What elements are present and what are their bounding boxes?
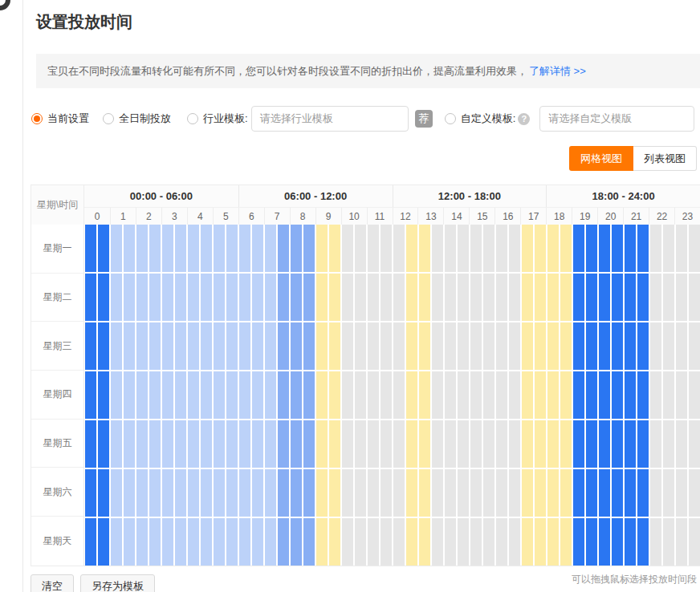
schedule-cell[interactable] (663, 274, 674, 321)
schedule-cell[interactable] (612, 420, 623, 468)
schedule-cell[interactable] (689, 322, 700, 370)
radio-current-setting[interactable]: 当前设置 (31, 112, 89, 126)
schedule-cell[interactable] (689, 518, 700, 566)
schedule-cell[interactable] (303, 420, 315, 468)
schedule-cell[interactable] (136, 371, 148, 419)
schedule-cell[interactable] (85, 274, 96, 321)
schedule-cell[interactable] (368, 469, 379, 517)
schedule-cell[interactable] (291, 274, 302, 321)
schedule-cell[interactable] (470, 274, 482, 321)
schedule-cell[interactable] (316, 371, 328, 419)
schedule-cell[interactable] (573, 274, 584, 321)
schedule-cell[interactable] (136, 518, 148, 566)
schedule-cell[interactable] (201, 371, 212, 419)
schedule-cell[interactable] (483, 420, 494, 468)
schedule-cell[interactable] (547, 518, 559, 566)
schedule-cell[interactable] (445, 371, 456, 419)
schedule-cell[interactable] (265, 420, 276, 468)
schedule-cell[interactable] (419, 469, 430, 517)
schedule-cell[interactable] (406, 469, 417, 517)
schedule-cell[interactable] (637, 274, 649, 321)
schedule-cell[interactable] (329, 225, 340, 272)
schedule-cell[interactable] (303, 225, 315, 272)
schedule-cell[interactable] (522, 469, 533, 517)
schedule-cell[interactable] (111, 225, 122, 272)
clear-button[interactable]: 清空 (31, 574, 74, 592)
schedule-cell[interactable] (458, 225, 469, 272)
schedule-cell[interactable] (676, 274, 687, 321)
schedule-cell[interactable] (252, 274, 263, 321)
schedule-cell[interactable] (188, 274, 199, 321)
schedule-cell[interactable] (98, 420, 109, 468)
schedule-cell[interactable] (342, 420, 353, 468)
schedule-cell[interactable] (252, 225, 263, 272)
schedule-cell[interactable] (445, 274, 456, 321)
schedule-cell[interactable] (149, 371, 161, 419)
schedule-cell[interactable] (547, 322, 559, 370)
schedule-cell[interactable] (214, 322, 225, 370)
schedule-cell[interactable] (291, 371, 302, 419)
schedule-cell[interactable] (188, 518, 199, 566)
schedule-cell[interactable] (406, 371, 417, 419)
schedule-cell[interactable] (226, 371, 238, 419)
schedule-cell[interactable] (676, 518, 687, 566)
schedule-cell[interactable] (278, 518, 289, 566)
schedule-cell[interactable] (188, 225, 199, 272)
schedule-cell[interactable] (226, 225, 238, 272)
schedule-cell[interactable] (509, 225, 520, 272)
schedule-cell[interactable] (560, 420, 572, 468)
schedule-cell[interactable] (175, 518, 186, 566)
schedule-cell[interactable] (201, 518, 212, 566)
schedule-cell[interactable] (329, 518, 340, 566)
schedule-cell[interactable] (560, 225, 572, 272)
schedule-cell[interactable] (432, 469, 443, 517)
schedule-cell[interactable] (201, 225, 212, 272)
schedule-cell[interactable] (535, 371, 546, 419)
schedule-cell[interactable] (560, 322, 572, 370)
schedule-cell[interactable] (342, 371, 353, 419)
schedule-cell[interactable] (637, 322, 649, 370)
schedule-cell[interactable] (599, 322, 610, 370)
schedule-cell[interactable] (406, 225, 417, 272)
schedule-cell[interactable] (175, 274, 186, 321)
schedule-cell[interactable] (265, 371, 276, 419)
schedule-cell[interactable] (535, 469, 546, 517)
schedule-cell[interactable] (470, 322, 482, 370)
schedule-cell[interactable] (406, 518, 417, 566)
learn-more-link[interactable]: 了解详情 >> (529, 64, 586, 79)
schedule-cell[interactable] (265, 322, 276, 370)
schedule-cell[interactable] (239, 518, 250, 566)
schedule-cell[interactable] (560, 371, 572, 419)
schedule-cell[interactable] (470, 518, 482, 566)
schedule-cell[interactable] (85, 420, 96, 468)
schedule-cell[interactable] (406, 274, 417, 321)
schedule-cell[interactable] (560, 469, 572, 517)
schedule-cell[interactable] (586, 420, 597, 468)
schedule-cell[interactable] (650, 322, 661, 370)
schedule-cell[interactable] (483, 518, 494, 566)
schedule-cell[interactable] (162, 322, 173, 370)
schedule-cell[interactable] (573, 469, 584, 517)
schedule-cell[interactable] (663, 469, 674, 517)
schedule-cell[interactable] (381, 518, 392, 566)
schedule-cell[interactable] (599, 420, 610, 468)
schedule-cell[interactable] (291, 518, 302, 566)
schedule-cell[interactable] (663, 225, 674, 272)
schedule-cell[interactable] (85, 225, 96, 272)
schedule-cell[interactable] (573, 420, 584, 468)
schedule-cell[interactable] (136, 420, 148, 468)
schedule-cell[interactable] (226, 420, 238, 468)
schedule-cell[interactable] (689, 371, 700, 419)
schedule-cell[interactable] (470, 469, 482, 517)
schedule-cell[interactable] (316, 322, 328, 370)
schedule-cell[interactable] (625, 274, 636, 321)
save-as-template-button[interactable]: 另存为模板 (80, 574, 155, 592)
schedule-cell[interactable] (470, 371, 482, 419)
schedule-cell[interactable] (265, 518, 276, 566)
schedule-cell[interactable] (278, 469, 289, 517)
schedule-cell[interactable] (393, 225, 405, 272)
schedule-cell[interactable] (458, 274, 469, 321)
schedule-cell[interactable] (329, 274, 340, 321)
schedule-cell[interactable] (175, 225, 186, 272)
schedule-cell[interactable] (188, 322, 199, 370)
